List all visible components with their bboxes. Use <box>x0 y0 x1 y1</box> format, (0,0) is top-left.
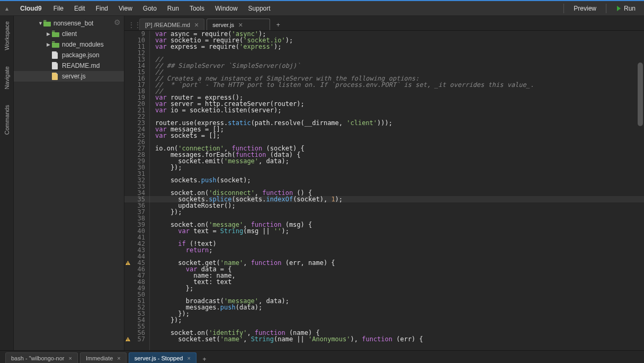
menu-edit[interactable]: Edit <box>69 5 91 12</box>
tab-label: Immediate <box>86 355 113 361</box>
close-icon[interactable]: × <box>117 355 120 361</box>
folder-icon <box>52 41 59 48</box>
folder-icon <box>43 20 51 26</box>
tree-file-server.js[interactable]: server.js <box>14 71 124 82</box>
tab-grip-icon[interactable]: ⋮⋮ <box>130 20 139 30</box>
left-tab-navigate[interactable]: Navigate <box>4 64 10 91</box>
editor-tab[interactable]: server.js× <box>207 19 270 30</box>
menu-window[interactable]: Window <box>210 5 243 12</box>
code-line[interactable]: sockets.push(socket); <box>155 177 644 183</box>
bottom-tab[interactable]: Immediate× <box>80 352 127 363</box>
tree-file-package.json[interactable]: package.json <box>14 50 124 60</box>
code-line[interactable]: socket.set('name', String(name || 'Anony… <box>155 336 644 342</box>
code-line[interactable] <box>155 234 644 241</box>
svg-rect-0 <box>128 262 128 264</box>
folder-icon <box>52 31 59 37</box>
code-line[interactable]: router.use(express.static(path.resolve(_… <box>155 120 644 126</box>
close-icon[interactable]: × <box>194 21 199 29</box>
left-tab-commands[interactable]: Commands <box>4 103 10 137</box>
code-line[interactable] <box>155 50 644 56</box>
brand-label: Cloud9 <box>14 5 48 12</box>
menu-caret-icon[interactable]: ▴ <box>0 1 14 16</box>
menu-find[interactable]: Find <box>91 5 113 12</box>
menu-view[interactable]: View <box>113 5 138 12</box>
tree-folder-node_modules[interactable]: ▶node_modules <box>14 39 124 50</box>
file-icon <box>52 73 59 80</box>
tree-file-README.md[interactable]: README.md <box>14 60 124 71</box>
svg-rect-3 <box>128 340 128 341</box>
play-icon <box>617 6 621 11</box>
tab-label: server.js - Stopped <box>135 355 183 361</box>
close-icon[interactable]: × <box>238 21 243 29</box>
code-line[interactable]: // * `port` - The HTTP port to listen on… <box>155 82 644 88</box>
code-line[interactable]: }; <box>155 285 644 291</box>
code-line[interactable]: }); <box>155 209 644 215</box>
close-icon[interactable]: × <box>69 355 72 361</box>
bottom-tab[interactable]: server.js - Stopped× <box>129 352 196 363</box>
code-line[interactable]: }); <box>155 311 644 317</box>
menu-goto[interactable]: Goto <box>138 5 162 12</box>
svg-rect-1 <box>128 264 128 264</box>
tab-label: bash - "wilbongo-nor <box>11 355 65 361</box>
menu-tools[interactable]: Tools <box>184 5 210 12</box>
tree-folder-client[interactable]: ▶client <box>14 29 124 39</box>
file-icon <box>52 62 59 69</box>
code-line[interactable]: if (!text) <box>155 241 644 247</box>
code-line[interactable]: var sockets = []; <box>155 132 644 139</box>
left-tab-workspace[interactable]: Workspace <box>4 19 10 52</box>
bottom-tab[interactable]: bash - "wilbongo-nor× <box>5 352 78 363</box>
warning-icon <box>126 260 130 265</box>
code-editor[interactable]: var async = require('async');var socketi… <box>150 31 644 350</box>
code-line[interactable]: }); <box>155 317 644 323</box>
gear-icon[interactable]: ⚙ <box>114 18 121 26</box>
preview-button[interactable]: Preview <box>566 5 604 12</box>
code-line[interactable]: // ## SimpleServer `SimpleServer(obj)` <box>155 63 644 69</box>
menu-file[interactable]: File <box>48 5 69 12</box>
code-line[interactable]: var text = String(msg || ''); <box>155 228 644 234</box>
code-line[interactable]: var io = socketio.listen(server); <box>155 107 644 113</box>
code-line[interactable]: text: text <box>155 279 644 285</box>
code-line[interactable]: }); <box>155 164 644 171</box>
code-line[interactable]: socket.emit('message', data); <box>155 158 644 164</box>
line-gutter: 9101112131415161718192021222324252627282… <box>124 31 150 350</box>
close-icon[interactable]: × <box>187 355 190 361</box>
tab-label: server.js <box>212 22 234 28</box>
tree-root[interactable]: ▼nonsense_bot <box>14 18 124 29</box>
run-button[interactable]: Run <box>609 1 644 15</box>
warning-icon <box>126 337 130 341</box>
tab-label: [P] /README.md <box>145 22 190 28</box>
menu-support[interactable]: Support <box>243 5 276 12</box>
svg-rect-2 <box>128 339 128 340</box>
add-tab-button[interactable]: + <box>272 20 284 30</box>
file-icon <box>52 51 59 59</box>
vertical-scrollbar[interactable] <box>638 63 643 126</box>
run-label: Run <box>624 5 636 12</box>
add-bottom-tab-button[interactable]: + <box>199 356 210 363</box>
editor-tab[interactable]: [P] /README.md× <box>139 19 204 30</box>
code-line[interactable]: updateRoster(); <box>155 202 644 209</box>
code-line[interactable]: return; <box>155 247 644 253</box>
code-line[interactable]: messages.push(data); <box>155 304 644 311</box>
code-line[interactable]: var messages = []; <box>155 126 644 132</box>
menu-run[interactable]: Run <box>162 5 184 12</box>
code-line[interactable]: var express = require('express'); <box>155 43 644 50</box>
